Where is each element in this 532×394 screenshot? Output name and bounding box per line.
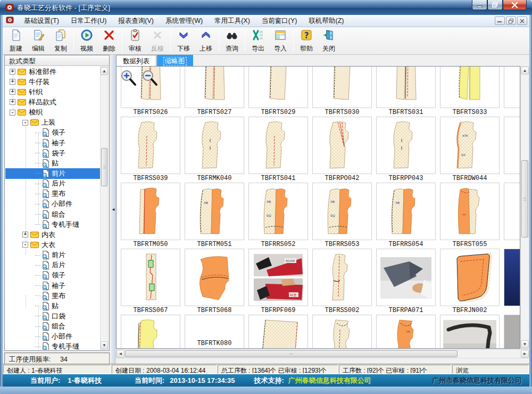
toolbar-button-video-play[interactable]: 视频 (76, 29, 98, 53)
scroll-up-arrow-icon[interactable]: ▲ (521, 67, 529, 75)
thumbnail-cell[interactable]: TBFRTS041 (248, 117, 308, 183)
thumbnail-cell[interactable]: YA (376, 315, 436, 349)
thumbnail-cell[interactable]: 6015R92支TBFRPF069 (248, 249, 308, 315)
toolbar-button-copy[interactable]: 复制 (49, 29, 72, 53)
vscroll-thumb[interactable] (521, 160, 528, 237)
vertical-scrollbar[interactable]: ▲ ▼ (520, 66, 529, 349)
minimize-button[interactable] (472, 0, 487, 10)
thumbnail-cell[interactable]: TBFRTM050 (121, 183, 180, 249)
tree-item-folder[interactable]: +针织 (5, 87, 100, 97)
tree-item-leaf[interactable]: 组合 (5, 322, 100, 332)
tree-item-leaf[interactable]: 袖子 (5, 138, 100, 148)
thumbnail-cell-partial[interactable] (504, 183, 520, 240)
collapse-icon[interactable]: - (22, 120, 28, 126)
tab-thumbnails[interactable]: 缩略图 (157, 55, 193, 66)
thumbnail-cell[interactable]: TBFRTS029 (248, 66, 308, 117)
tree-item-folder[interactable]: +样品款式 (5, 97, 100, 107)
toolbar-button-audit-check[interactable]: 审核 (124, 29, 146, 53)
tree-item-leaf[interactable]: 前片 (5, 250, 100, 260)
expand-icon[interactable]: + (10, 79, 15, 85)
tree-item-leaf[interactable]: 领子 (5, 270, 100, 281)
thumbnail-cell[interactable]: TBFRTS031 (376, 66, 436, 117)
thumbnail-cell[interactable] (440, 315, 500, 349)
menu-item[interactable]: 基础设置(T) (18, 15, 65, 26)
thumbnail-cell[interactable]: TBFRSS002 (312, 249, 372, 315)
menu-item[interactable]: 当前窗口(Y) (256, 15, 303, 26)
toolbar-button-delete-x[interactable]: 删除 (98, 29, 120, 53)
toolbar-button-edit-document[interactable]: 编辑 (27, 29, 49, 53)
thumbnail-cell[interactable]: XBTBFRTM051 (185, 183, 244, 249)
scroll-up-arrow-icon[interactable]: ▲ (101, 67, 108, 75)
tree-item-folder[interactable]: -大衣 (5, 240, 100, 250)
tree-item-leaf[interactable]: 袖子 (5, 281, 100, 291)
toolbar-button-import-grid[interactable]: 导入 (269, 29, 292, 53)
tree-item-leaf[interactable]: 后片 (5, 179, 100, 189)
toolbar-button-move-down[interactable]: 下移 (172, 29, 195, 53)
scroll-right-arrow-icon[interactable]: ► (521, 350, 529, 358)
expand-icon[interactable]: + (10, 99, 15, 105)
thumbnail-cell-partial[interactable] (504, 66, 520, 108)
tree-item-leaf[interactable]: 贴 (5, 158, 100, 168)
expand-icon[interactable]: + (10, 69, 15, 75)
thumbnail-cell[interactable]: TBFRSS067 (121, 249, 180, 315)
expand-icon[interactable]: + (22, 232, 28, 237)
thumbnail-cell[interactable]: TBFRTS027 (185, 66, 244, 117)
close-button[interactable] (503, 0, 527, 10)
thumbnail-cell[interactable]: TBFRPO042 (312, 117, 372, 183)
menu-item[interactable]: 联机帮助(Z) (303, 15, 350, 26)
thumbnail-cell[interactable]: 478SXTBFRDW044 (440, 117, 500, 183)
tree-item-leaf[interactable]: 袋子 (5, 148, 100, 158)
zoom-out-icon[interactable] (141, 69, 158, 88)
tree-item-leaf[interactable]: 组合 (5, 209, 100, 219)
toolbar-button-help-question[interactable]: ?帮助 (295, 29, 318, 53)
thumbnail-cell[interactable]: TBFRJN002 (440, 249, 500, 315)
scroll-down-arrow-icon[interactable]: ▼ (521, 340, 529, 348)
thumbnail-cell[interactable]: TBFRPA071 (376, 249, 436, 315)
mdi-restore-button[interactable] (506, 17, 516, 25)
scroll-down-arrow-icon[interactable]: ▼ (101, 341, 108, 349)
tree-scroll-thumb[interactable] (101, 148, 107, 186)
tree-item-leaf[interactable]: 前片 (5, 168, 100, 178)
thumbnail-cell[interactable]: TBFRTS068 (185, 249, 244, 315)
toolbar-button-binoculars[interactable]: 查询 (221, 29, 243, 53)
thumbnail-cell[interactable]: XBTBFRRS054 (376, 183, 436, 249)
tree-item-leaf[interactable]: 小部件 (5, 199, 100, 209)
toolbar-button-export-excel[interactable]: 导出 (247, 29, 269, 53)
menu-item[interactable]: 常用工具(X) (209, 15, 256, 26)
tree-item-folder[interactable]: +牛仔装 (5, 77, 100, 87)
tree-item-leaf[interactable]: 贴 (5, 301, 100, 311)
zoom-in-icon[interactable] (120, 69, 137, 88)
thumbnail-cell[interactable]: TBFRTS033 (440, 66, 500, 117)
menu-item[interactable]: 报表查询(V) (112, 15, 160, 26)
mdi-close-button[interactable] (517, 17, 527, 25)
thumbnail-cell-partial[interactable] (504, 315, 520, 349)
thumbnail-cell-partial[interactable] (504, 249, 520, 306)
thumbnail-cell[interactable]: TBFRMK040 (185, 117, 244, 183)
menu-item[interactable]: 日常工作(U) (65, 15, 112, 26)
thumbnail-cell[interactable]: TBFRSS039 (121, 117, 180, 183)
tree-item-leaf[interactable]: 里布 (5, 291, 100, 301)
splitter-collapse-arrow[interactable]: ◄ (111, 55, 116, 364)
thumbnail-cell-partial[interactable] (504, 117, 520, 174)
tree-scrollbar[interactable]: ▲ ▼ (100, 67, 109, 350)
collapse-icon[interactable]: - (22, 242, 28, 248)
tree-item-folder[interactable]: -梭织 (5, 108, 100, 118)
horizontal-scrollbar[interactable]: ◄ ► (116, 349, 529, 358)
toolbar-button-close-door[interactable]: 关闭 (318, 29, 340, 53)
hscroll-thumb[interactable] (125, 350, 458, 357)
tree-item-leaf[interactable]: 口袋 (5, 311, 100, 321)
expand-icon[interactable]: + (10, 89, 15, 95)
tree-item-leaf[interactable]: 小部件 (5, 332, 100, 342)
tree-item-leaf[interactable]: 领子 (5, 128, 100, 138)
tree-item-leaf[interactable]: 专机手缝 (5, 219, 100, 229)
thumbnail-cell[interactable]: TBFRPP043 (376, 117, 436, 183)
mdi-minimize-button[interactable] (495, 17, 505, 25)
tree-item-folder[interactable]: +标准部件 (5, 67, 100, 77)
thumbnail-cell[interactable]: XBSQTBFRRS052 (248, 183, 308, 249)
scroll-left-arrow-icon[interactable]: ◄ (117, 350, 124, 358)
thumbnail-cell[interactable] (248, 315, 308, 349)
tab-data-list[interactable]: 数据列表 (116, 55, 156, 66)
thumbnail-cell[interactable]: TBFRTK080 (185, 315, 244, 349)
thumbnail-cell[interactable] (312, 315, 372, 349)
menu-item[interactable]: 系统管理(W) (160, 15, 209, 26)
